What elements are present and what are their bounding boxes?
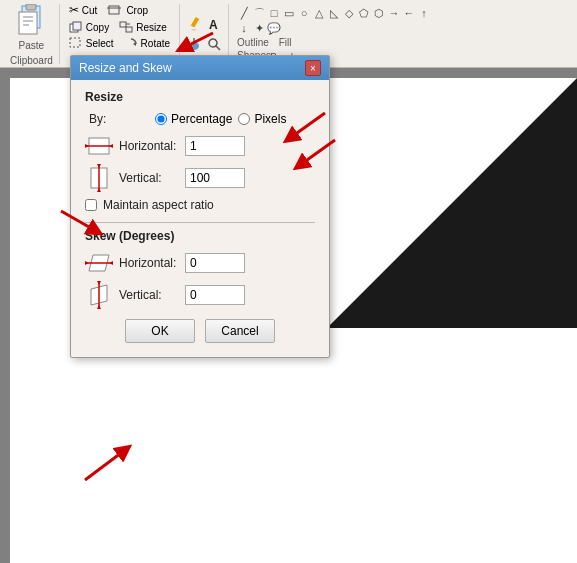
dialog-close-button[interactable]: ×: [305, 60, 321, 76]
resize-section-title: Resize: [85, 90, 315, 104]
svg-marker-25: [109, 144, 113, 148]
svg-marker-33: [109, 261, 113, 265]
dialog-buttons: OK Cancel: [85, 319, 315, 347]
percentage-radio-label[interactable]: Percentage: [155, 112, 232, 126]
horizontal-skew-row: Horizontal:: [85, 251, 315, 275]
maintain-aspect-row: Maintain aspect ratio: [85, 198, 315, 212]
vertical-skew-icon: [85, 283, 113, 307]
pixels-radio[interactable]: [238, 113, 250, 125]
vertical-skew-label: Vertical:: [119, 288, 179, 302]
svg-marker-24: [85, 144, 89, 148]
cancel-button[interactable]: Cancel: [205, 319, 275, 343]
svg-marker-36: [97, 281, 101, 285]
vertical-skew-input[interactable]: [185, 285, 245, 305]
horizontal-skew-input[interactable]: [185, 253, 245, 273]
horizontal-skew-label: Horizontal:: [119, 256, 179, 270]
skew-section-title: Skew (Degrees): [85, 229, 315, 243]
vertical-resize-icon: [85, 166, 113, 190]
percentage-label: Percentage: [171, 112, 232, 126]
by-label: By:: [89, 112, 149, 126]
vertical-resize-label: Vertical:: [119, 171, 179, 185]
vertical-resize-row: Vertical:: [85, 166, 315, 190]
svg-line-47: [85, 450, 125, 480]
vertical-skew-row: Vertical:: [85, 283, 315, 307]
arrow-ok-button: [80, 435, 140, 488]
svg-line-45: [61, 211, 96, 231]
svg-line-39: [183, 33, 213, 48]
arrow-resize-toolbar: [178, 28, 218, 61]
percentage-radio[interactable]: [155, 113, 167, 125]
horizontal-skew-icon: [85, 251, 113, 275]
dialog-title: Resize and Skew: [79, 61, 172, 75]
svg-line-43: [300, 140, 335, 165]
svg-marker-32: [85, 261, 89, 265]
svg-marker-37: [97, 305, 101, 309]
section-divider: [85, 222, 315, 223]
ok-button[interactable]: OK: [125, 319, 195, 343]
svg-marker-28: [97, 164, 101, 168]
vertical-resize-input[interactable]: [185, 168, 245, 188]
arrow-horizontal-input: [290, 135, 340, 178]
horizontal-resize-label: Horizontal:: [119, 139, 179, 153]
arrow-maintain-aspect: [56, 206, 116, 249]
horizontal-resize-input[interactable]: [185, 136, 245, 156]
horizontal-resize-icon: [85, 134, 113, 158]
maintain-aspect-label: Maintain aspect ratio: [103, 198, 214, 212]
svg-marker-29: [97, 188, 101, 192]
